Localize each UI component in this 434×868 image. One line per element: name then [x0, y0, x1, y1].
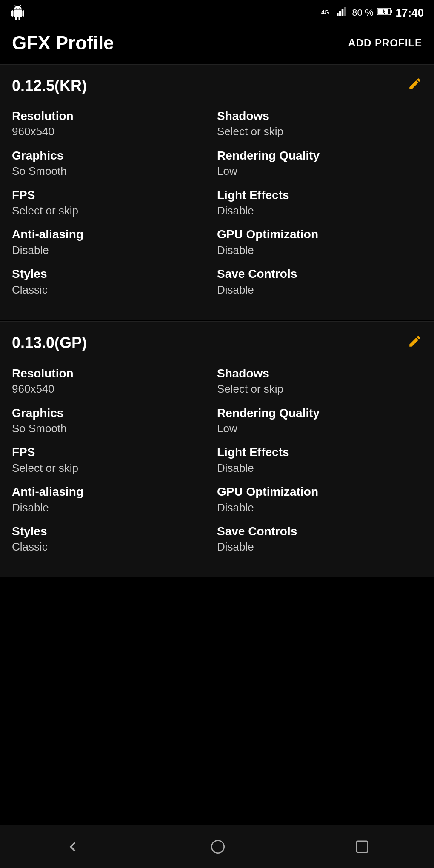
pencil-icon-0 [408, 77, 422, 91]
setting-antialiasing-1: Anti-aliasing Disable [12, 484, 217, 515]
setting-gpu-optimization-0: GPU Optimization Disable [217, 227, 422, 258]
setting-light-effects-1: Light Effects Disable [217, 445, 422, 476]
setting-value-antialiasing-1: Disable [12, 500, 217, 515]
setting-value-light-effects-1: Disable [217, 460, 422, 476]
svg-rect-4 [344, 7, 346, 16]
setting-gpu-optimization-1: GPU Optimization Disable [217, 484, 422, 515]
setting-resolution-0: Resolution 960x540 [12, 108, 217, 140]
profile-header-1: 0.13.0(GP) [12, 334, 422, 352]
setting-value-rendering-quality-0: Low [217, 163, 422, 179]
profile-settings-1: Resolution 960x540 Graphics So Smooth FP… [12, 366, 422, 563]
nav-bar [0, 825, 434, 868]
setting-label-save-controls-1: Save Controls [217, 524, 422, 539]
setting-label-light-effects-0: Light Effects [217, 188, 422, 203]
setting-rendering-quality-0: Rendering Quality Low [217, 148, 422, 179]
android-icon [10, 5, 26, 20]
pencil-icon-1 [408, 334, 422, 348]
signal-icon: 4G [321, 6, 333, 17]
signal-bars-icon [337, 7, 348, 16]
setting-value-light-effects-0: Disable [217, 203, 422, 218]
profile-settings-0: Resolution 960x540 Graphics So Smooth FP… [12, 108, 422, 306]
setting-fps-0: FPS Select or skip [12, 188, 217, 219]
setting-label-graphics-1: Graphics [12, 405, 217, 421]
setting-graphics-1: Graphics So Smooth [12, 405, 217, 437]
svg-rect-6 [391, 10, 392, 13]
setting-value-antialiasing-0: Disable [12, 243, 217, 258]
setting-label-gpu-optimization-0: GPU Optimization [217, 227, 422, 242]
setting-fps-1: FPS Select or skip [12, 445, 217, 476]
profile-card-0: 0.12.5(KR) Resolution 960x540 Graphics S… [0, 65, 434, 320]
setting-value-fps-0: Select or skip [12, 203, 217, 218]
add-profile-button[interactable]: ADD PROFILE [348, 37, 422, 49]
profile-right-col-0: Shadows Select or skip Rendering Quality… [217, 108, 422, 306]
main-content: 0.12.5(KR) Resolution 960x540 Graphics S… [0, 65, 434, 621]
setting-value-styles-1: Classic [12, 539, 217, 554]
setting-value-gpu-optimization-0: Disable [217, 243, 422, 258]
status-bar: 4G 80 % 17:40 [0, 0, 434, 24]
svg-rect-2 [339, 11, 341, 16]
setting-label-shadows-0: Shadows [217, 108, 422, 124]
profile-left-col-1: Resolution 960x540 Graphics So Smooth FP… [12, 366, 217, 563]
battery-percentage: 80 % [352, 7, 373, 18]
page-title: GFX Profile [12, 32, 114, 54]
svg-text:4G: 4G [321, 9, 329, 16]
setting-label-rendering-quality-1: Rendering Quality [217, 405, 422, 421]
setting-shadows-1: Shadows Select or skip [217, 366, 422, 397]
setting-label-resolution-1: Resolution [12, 366, 217, 381]
edit-profile-button-1[interactable] [408, 334, 422, 352]
battery-icon [377, 7, 392, 18]
setting-resolution-1: Resolution 960x540 [12, 366, 217, 397]
profile-left-col-0: Resolution 960x540 Graphics So Smooth FP… [12, 108, 217, 306]
setting-value-gpu-optimization-1: Disable [217, 500, 422, 515]
signal-indicator: 4G [321, 6, 333, 20]
setting-value-styles-0: Classic [12, 282, 217, 297]
recent-icon [354, 838, 371, 855]
setting-styles-0: Styles Classic [12, 266, 217, 297]
profile-version-0: 0.12.5(KR) [12, 77, 87, 95]
setting-rendering-quality-1: Rendering Quality Low [217, 405, 422, 437]
setting-value-graphics-1: So Smooth [12, 421, 217, 436]
setting-label-fps-0: FPS [12, 188, 217, 203]
setting-value-fps-1: Select or skip [12, 460, 217, 476]
back-button[interactable] [63, 837, 82, 856]
setting-value-shadows-0: Select or skip [217, 124, 422, 139]
setting-shadows-0: Shadows Select or skip [217, 108, 422, 140]
home-button[interactable] [208, 837, 227, 856]
setting-light-effects-0: Light Effects Disable [217, 188, 422, 219]
setting-label-graphics-0: Graphics [12, 148, 217, 163]
edit-profile-button-0[interactable] [408, 77, 422, 95]
svg-rect-1 [337, 13, 339, 16]
setting-label-rendering-quality-0: Rendering Quality [217, 148, 422, 163]
setting-label-styles-1: Styles [12, 524, 217, 539]
home-icon [208, 837, 227, 856]
recent-button[interactable] [354, 838, 371, 855]
profile-header-0: 0.12.5(KR) [12, 77, 422, 95]
app-header: GFX Profile ADD PROFILE [0, 24, 434, 64]
status-time: 17:40 [396, 6, 424, 20]
status-left [10, 5, 26, 20]
profile-card-1: 0.13.0(GP) Resolution 960x540 Graphics S… [0, 322, 434, 577]
setting-label-shadows-1: Shadows [217, 366, 422, 381]
setting-label-antialiasing-1: Anti-aliasing [12, 484, 217, 500]
setting-value-graphics-0: So Smooth [12, 163, 217, 179]
setting-label-fps-1: FPS [12, 445, 217, 460]
setting-value-save-controls-1: Disable [217, 539, 422, 554]
setting-save-controls-1: Save Controls Disable [217, 524, 422, 555]
setting-graphics-0: Graphics So Smooth [12, 148, 217, 179]
status-right: 4G 80 % 17:40 [321, 6, 424, 20]
setting-styles-1: Styles Classic [12, 524, 217, 555]
setting-value-resolution-1: 960x540 [12, 381, 217, 397]
profile-version-1: 0.13.0(GP) [12, 334, 87, 352]
setting-label-gpu-optimization-1: GPU Optimization [217, 484, 422, 500]
setting-value-resolution-0: 960x540 [12, 124, 217, 139]
svg-point-11 [211, 840, 224, 853]
profile-right-col-1: Shadows Select or skip Rendering Quality… [217, 366, 422, 563]
svg-rect-3 [342, 9, 344, 16]
back-icon [63, 837, 82, 856]
setting-label-antialiasing-0: Anti-aliasing [12, 227, 217, 242]
svg-rect-12 [357, 841, 368, 853]
setting-label-light-effects-1: Light Effects [217, 445, 422, 460]
setting-antialiasing-0: Anti-aliasing Disable [12, 227, 217, 258]
setting-value-save-controls-0: Disable [217, 282, 422, 297]
signal-bars [337, 7, 348, 19]
